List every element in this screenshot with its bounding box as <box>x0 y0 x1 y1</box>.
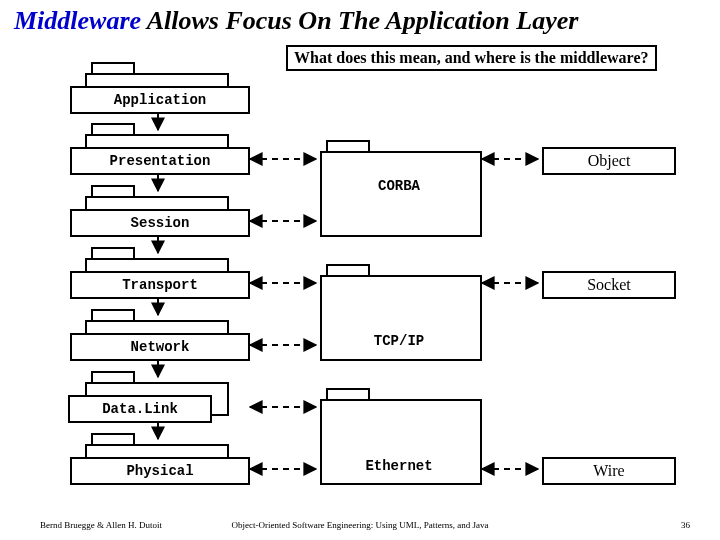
box-wire: Wire <box>542 457 676 485</box>
label-ethernet: Ethernet <box>320 458 478 474</box>
label-network: Network <box>70 333 250 361</box>
label-application: Application <box>70 86 250 114</box>
label-presentation: Presentation <box>70 147 250 175</box>
label-corba: CORBA <box>320 178 478 194</box>
label-physical: Physical <box>70 457 250 485</box>
box-socket: Socket <box>542 271 676 299</box>
label-datalink: Data.Link <box>68 395 212 423</box>
box-object: Object <box>542 147 676 175</box>
slide: Middleware Allows Focus On The Applicati… <box>0 0 720 540</box>
label-tcpip: TCP/IP <box>320 333 478 349</box>
slide-title: Middleware Allows Focus On The Applicati… <box>14 6 578 36</box>
footer-page: 36 <box>681 520 690 530</box>
label-session: Session <box>70 209 250 237</box>
title-highlight: Middleware <box>14 6 141 35</box>
label-transport: Transport <box>70 271 250 299</box>
footer-center: Object-Oriented Software Engineering: Us… <box>0 520 720 530</box>
title-rest: Allows Focus On The Application Layer <box>141 6 578 35</box>
question-box: What does this mean, and where is the mi… <box>286 45 657 71</box>
